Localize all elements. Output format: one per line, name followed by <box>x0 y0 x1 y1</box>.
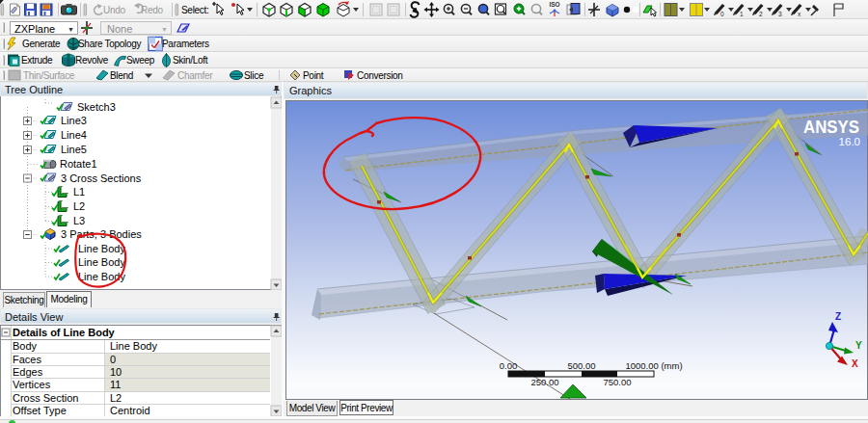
svg-text:16.0: 16.0 <box>839 136 860 147</box>
svg-text:Edges: Edges <box>13 366 43 378</box>
svg-text:3 Cross Sections: 3 Cross Sections <box>61 172 142 184</box>
svg-text:ISO: ISO <box>549 1 559 8</box>
svg-text:Line Body: Line Body <box>110 340 157 352</box>
svg-text:1000.00 (mm): 1000.00 (mm) <box>625 360 682 371</box>
svg-text:Z: Z <box>835 311 841 322</box>
svg-text:0: 0 <box>110 354 116 365</box>
svg-text:Y: Y <box>855 340 862 351</box>
svg-text:1: 1 <box>740 11 744 17</box>
svg-text:500.00: 500.00 <box>567 360 595 371</box>
svg-text:Redo: Redo <box>141 5 163 15</box>
svg-text:Faces: Faces <box>13 354 41 365</box>
svg-text:Line3: Line3 <box>61 115 87 126</box>
svg-text:10: 10 <box>110 366 122 378</box>
svg-text:11: 11 <box>110 379 121 390</box>
svg-text:Line5: Line5 <box>61 144 87 155</box>
svg-text:0: 0 <box>720 11 724 17</box>
svg-text:L3: L3 <box>73 215 85 226</box>
svg-text:x: x <box>798 11 801 17</box>
svg-text:Line Body: Line Body <box>78 256 125 268</box>
svg-text:Body: Body <box>13 340 38 352</box>
svg-text:ANSYS: ANSYS <box>803 117 859 137</box>
svg-text:2: 2 <box>759 11 763 17</box>
svg-text:250.00: 250.00 <box>530 377 558 387</box>
svg-text:L1: L1 <box>73 186 85 198</box>
svg-text:Line4: Line4 <box>61 129 87 141</box>
svg-text:Select:: Select: <box>181 5 208 15</box>
svg-text:Cross Section: Cross Section <box>13 392 78 404</box>
svg-text:3: 3 <box>778 11 782 17</box>
svg-text:X: X <box>852 358 858 369</box>
svg-text:0.00: 0.00 <box>500 360 518 371</box>
svg-text:Undo: Undo <box>103 5 125 15</box>
svg-text:L2: L2 <box>73 200 85 212</box>
svg-text:Details of Line Body: Details of Line Body <box>13 327 116 338</box>
svg-text:Vertices: Vertices <box>13 379 51 390</box>
svg-text:Sketch3: Sketch3 <box>77 101 116 113</box>
svg-text:Line Body: Line Body <box>78 243 125 254</box>
svg-text:Rotate1: Rotate1 <box>60 158 97 170</box>
svg-text:L2: L2 <box>110 392 122 404</box>
svg-text:Centroid: Centroid <box>110 405 150 416</box>
svg-text:Line Body: Line Body <box>78 271 125 282</box>
svg-text:Offset Type: Offset Type <box>13 405 67 416</box>
svg-text:750.00: 750.00 <box>603 377 631 387</box>
